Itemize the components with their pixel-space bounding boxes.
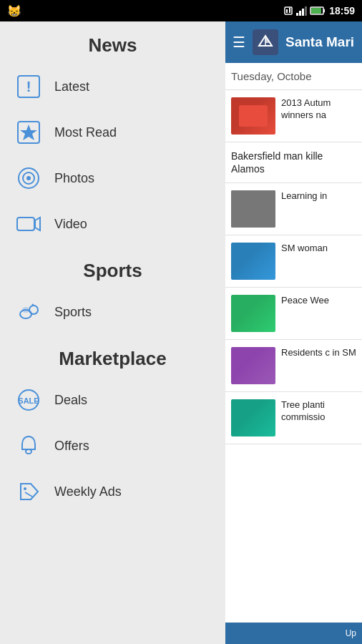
video-icon: [14, 210, 43, 238]
nav-offers[interactable]: Offers: [0, 423, 225, 469]
news-title-1: 2013 Autum winners na: [281, 97, 356, 122]
nav-video[interactable]: Video: [0, 201, 225, 247]
svg-rect-0: [285, 7, 292, 14]
weeklyads-icon: [14, 477, 43, 506]
svg-marker-13: [20, 125, 37, 140]
svg-rect-1: [286, 9, 288, 13]
svg-rect-9: [311, 8, 321, 14]
status-bar: 😸 18:59: [0, 0, 362, 21]
signal-icon: [296, 6, 308, 16]
mostread-label: Most Read: [54, 125, 117, 140]
svg-rect-3: [296, 13, 298, 16]
svg-text:!: !: [26, 79, 31, 94]
svg-rect-6: [305, 6, 307, 16]
weeklyads-label: Weekly Ads: [54, 484, 122, 499]
news-thumb-1: [231, 97, 275, 135]
battery-icon: [310, 6, 326, 16]
svg-rect-8: [323, 9, 325, 13]
photos-label: Photos: [54, 171, 94, 186]
nav-photos[interactable]: Photos: [0, 155, 225, 201]
nav-latest[interactable]: ! Latest: [0, 64, 225, 109]
up-button[interactable]: Up: [346, 628, 356, 638]
news-item-6[interactable]: Residents c in SM: [225, 340, 362, 392]
android-icon: 😸: [7, 4, 21, 18]
section-sports: Sports: [0, 247, 225, 289]
news-title-3: Learning in: [281, 190, 356, 203]
news-title-2: Bakersfield man kille Alamos: [231, 150, 323, 175]
svg-point-27: [24, 487, 26, 490]
svg-point-26: [26, 449, 31, 454]
offers-icon: [14, 431, 43, 460]
news-thumb-7: [231, 399, 275, 436]
news-title-6: Residents c in SM: [281, 347, 356, 359]
news-title-5: Peace Wee: [281, 295, 356, 307]
right-panel: ☰ Santa Mari Tuesday, Octobe: [225, 21, 362, 644]
news-thumb-6: [231, 347, 275, 384]
svg-line-22: [32, 304, 34, 306]
hamburger-menu[interactable]: ☰: [233, 34, 245, 51]
news-item-2[interactable]: Bakersfield man kille Alamos: [225, 142, 362, 183]
news-item-4[interactable]: SM woman: [225, 235, 362, 288]
svg-point-21: [29, 306, 38, 314]
app-logo: [253, 29, 278, 55]
news-item-5[interactable]: Peace Wee: [225, 288, 362, 340]
nav-weekly-ads[interactable]: Weekly Ads: [0, 469, 225, 514]
sports-label: Sports: [54, 305, 92, 320]
news-item-3[interactable]: Learning in: [225, 183, 362, 235]
sidebar: News ! Latest Most Read: [0, 21, 225, 644]
svg-rect-2: [289, 8, 290, 13]
nav-deals[interactable]: SALE Deals: [0, 377, 225, 423]
status-icons: 18:59: [283, 5, 355, 16]
svg-point-20: [22, 307, 29, 313]
svg-rect-17: [17, 218, 34, 230]
time-display: 18:59: [329, 5, 355, 16]
bottom-bar: Up: [225, 623, 362, 644]
svg-rect-4: [299, 11, 301, 16]
svg-line-28: [25, 492, 32, 497]
news-title-7: Tree planti commissio: [281, 399, 356, 424]
latest-label: Latest: [54, 79, 89, 94]
svg-point-16: [26, 176, 31, 180]
sports-icon: [14, 298, 43, 326]
mostread-icon: [14, 118, 43, 147]
offers-label: Offers: [54, 439, 89, 454]
news-item-1[interactable]: 2013 Autum winners na: [225, 90, 362, 142]
date-bar: Tuesday, Octobe: [225, 63, 362, 90]
news-list: 2013 Autum winners na Bakersfield man ki…: [225, 90, 362, 444]
app-title: Santa Mari: [285, 34, 354, 50]
news-title-4: SM woman: [281, 243, 356, 255]
sim-icon: [283, 6, 293, 16]
section-news: News: [0, 21, 225, 64]
main-layout: News ! Latest Most Read: [0, 21, 362, 644]
news-thumb-5: [231, 295, 275, 332]
section-marketplace: Marketplace: [0, 335, 225, 377]
video-label: Video: [54, 217, 87, 232]
news-thumb-4: [231, 243, 275, 280]
nav-sports[interactable]: Sports: [0, 289, 225, 335]
svg-text:SALE: SALE: [18, 396, 39, 405]
news-thumb-3: [231, 190, 275, 228]
app-header: ☰ Santa Mari: [225, 21, 362, 63]
latest-icon: !: [14, 72, 43, 101]
svg-rect-5: [302, 9, 304, 16]
svg-marker-18: [35, 218, 40, 230]
deals-icon: SALE: [14, 386, 43, 414]
nav-most-read[interactable]: Most Read: [0, 109, 225, 155]
photos-icon: [14, 164, 43, 192]
deals-label: Deals: [54, 393, 87, 408]
news-item-7[interactable]: Tree planti commissio: [225, 392, 362, 444]
